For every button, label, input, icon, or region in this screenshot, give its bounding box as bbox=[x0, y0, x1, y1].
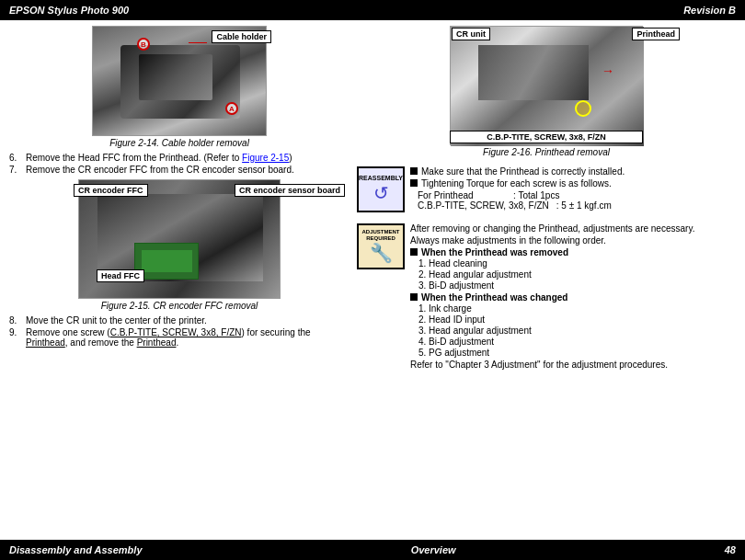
figure-14: B A Cable holder Figure 2-14. Cable hold… bbox=[9, 26, 350, 148]
step-7-text: Remove the CR encoder FFC from the CR en… bbox=[26, 165, 294, 175]
torque-screw-value: : 5 ± 1 kgf.cm bbox=[556, 200, 612, 211]
figure-16: → CR unit Printhead C.B.P-TITE, SCREW, 3… bbox=[357, 26, 736, 157]
page-footer: Disassembly and Assembly Overview 48 bbox=[0, 540, 745, 560]
figure-16-caption: Figure 2-16. Printhead removal bbox=[483, 147, 610, 157]
torque-screw-label: C.B.P-TITE, SCREW, 3x8, F/ZN bbox=[414, 200, 549, 211]
bullet-removed-icon bbox=[410, 248, 418, 256]
callout-cr-unit: CR unit bbox=[452, 28, 490, 40]
changed-step-4: Bi-D adjustment bbox=[429, 337, 736, 347]
adjustment-content: After removing or changing the Printhead… bbox=[410, 223, 736, 370]
torque-info: For Printhead : Total 1pcs C.B.P-TITE, S… bbox=[414, 190, 736, 211]
arrow-annotation: → bbox=[602, 63, 614, 78]
changed-step-1: Ink charge bbox=[429, 303, 736, 314]
reassembly-arrow-icon: ↺ bbox=[373, 182, 389, 204]
step-8-num: 8. bbox=[9, 315, 22, 326]
left-column: B A Cable holder Figure 2-14. Cable hold… bbox=[9, 26, 350, 534]
adjustment-intro: After removing or changing the Printhead… bbox=[410, 223, 736, 234]
torque-printhead: For Printhead : Total 1pcs bbox=[414, 190, 736, 200]
right-column: → CR unit Printhead C.B.P-TITE, SCREW, 3… bbox=[357, 26, 736, 534]
when-changed-label: When the Printhead was changed bbox=[421, 292, 567, 303]
annotation-b: B bbox=[137, 38, 150, 51]
step-9-text: Remove one screw (C.B.P-TITE, SCREW, 3x8… bbox=[26, 327, 350, 348]
adjustment-icon: ADJUSTMENT REQUIRED 🔧 bbox=[357, 223, 405, 269]
step-8: 8. Move the CR unit to the center of the… bbox=[9, 315, 350, 326]
header-title: EPSON Stylus Photo 900 bbox=[9, 5, 129, 16]
when-removed-label: When the Printhead was removed bbox=[421, 247, 568, 257]
bullet-changed-icon bbox=[410, 293, 418, 301]
removed-step-2: Head angular adjustment bbox=[429, 269, 736, 280]
bullet-icon-2 bbox=[410, 179, 418, 187]
callout-arrow bbox=[189, 42, 207, 43]
callout-screw: C.B.P-TITE, SCREW, 3x8, F/ZN bbox=[450, 131, 643, 143]
step-6-text: Remove the Head FFC from the Printhead. … bbox=[26, 153, 292, 163]
footer-overview: Overview bbox=[411, 544, 456, 555]
page-header: EPSON Stylus Photo 900 Revision B bbox=[0, 0, 745, 20]
reassembly-content: Make sure that the Printhead is correctl… bbox=[410, 166, 736, 211]
changed-step-5: PG adjustment bbox=[429, 348, 736, 358]
annotation-a: A bbox=[225, 102, 238, 115]
screw-annotation bbox=[575, 100, 591, 117]
reassembly-text-1: Make sure that the Printhead is correctl… bbox=[421, 166, 625, 177]
figure-15: CR encoder FFC CR encoder sensor board H… bbox=[9, 179, 350, 311]
reassembly-bullet-2: Tightening Torque for each screw is as f… bbox=[410, 178, 736, 189]
callout-head-ffc: Head FFC bbox=[97, 269, 144, 282]
reassembly-label: REASSEMBLY bbox=[359, 175, 403, 182]
reassembly-icon: REASSEMBLY ↺ bbox=[357, 166, 405, 212]
step-6-num: 6. bbox=[9, 153, 22, 163]
wrench-icon: 🔧 bbox=[370, 242, 393, 264]
callout-cable-holder: Cable holder bbox=[212, 30, 271, 43]
reassembly-notice: REASSEMBLY ↺ Make sure that the Printhea… bbox=[357, 166, 736, 212]
step-8-text: Move the CR unit to the center of the pr… bbox=[26, 315, 207, 326]
changed-step-2: Head ID input bbox=[429, 314, 736, 325]
callout-cr-ffc: CR encoder FFC bbox=[74, 184, 148, 197]
figure-14-caption: Figure 2-14. Cable holder removal bbox=[109, 138, 249, 148]
figure-15-caption: Figure 2-15. CR encoder FFC removal bbox=[101, 301, 258, 311]
removed-step-3: Bi-D adjustment bbox=[429, 280, 736, 291]
torque-printhead-label: For Printhead bbox=[414, 190, 506, 200]
when-removed-steps: Head cleaning Head angular adjustment Bi… bbox=[410, 258, 736, 291]
adjustment-label: ADJUSTMENT REQUIRED bbox=[361, 229, 401, 241]
header-revision: Revision B bbox=[683, 5, 736, 16]
steps-6-7: 6. Remove the Head FFC from the Printhea… bbox=[9, 153, 350, 175]
adjustment-refer: Refer to "Chapter 3 Adjustment" for the … bbox=[410, 360, 736, 370]
step-9: 9. Remove one screw (C.B.P-TITE, SCREW, … bbox=[9, 327, 350, 348]
changed-step-3: Head angular adjustment bbox=[429, 326, 736, 336]
adjustment-always: Always make adjustments in the following… bbox=[410, 235, 736, 246]
when-changed-header: When the Printhead was changed bbox=[410, 292, 736, 303]
footer-section: Disassembly and Assembly bbox=[9, 544, 143, 555]
step-7: 7. Remove the CR encoder FFC from the CR… bbox=[9, 165, 350, 175]
when-changed-steps: Ink charge Head ID input Head angular ad… bbox=[410, 303, 736, 358]
step-9-num: 9. bbox=[9, 327, 22, 348]
footer-page: 48 bbox=[725, 544, 736, 555]
bullet-icon-1 bbox=[410, 167, 418, 175]
torque-screw: C.B.P-TITE, SCREW, 3x8, F/ZN : 5 ± 1 kgf… bbox=[414, 200, 736, 211]
reassembly-text-2: Tightening Torque for each screw is as f… bbox=[421, 178, 612, 189]
step-6: 6. Remove the Head FFC from the Printhea… bbox=[9, 153, 350, 163]
removed-step-1: Head cleaning bbox=[429, 258, 736, 269]
adjustment-notice: ADJUSTMENT REQUIRED 🔧 After removing or … bbox=[357, 223, 736, 370]
callout-printhead: Printhead bbox=[632, 28, 680, 40]
reassembly-bullet-1: Make sure that the Printhead is correctl… bbox=[410, 166, 736, 177]
figure-16-image: → bbox=[450, 26, 643, 145]
torque-printhead-value: : Total 1pcs bbox=[513, 190, 559, 200]
step-7-num: 7. bbox=[9, 165, 22, 175]
steps-8-9: 8. Move the CR unit to the center of the… bbox=[9, 315, 350, 348]
when-removed-header: When the Printhead was removed bbox=[410, 247, 736, 257]
callout-cr-sensor: CR encoder sensor board bbox=[235, 184, 345, 197]
